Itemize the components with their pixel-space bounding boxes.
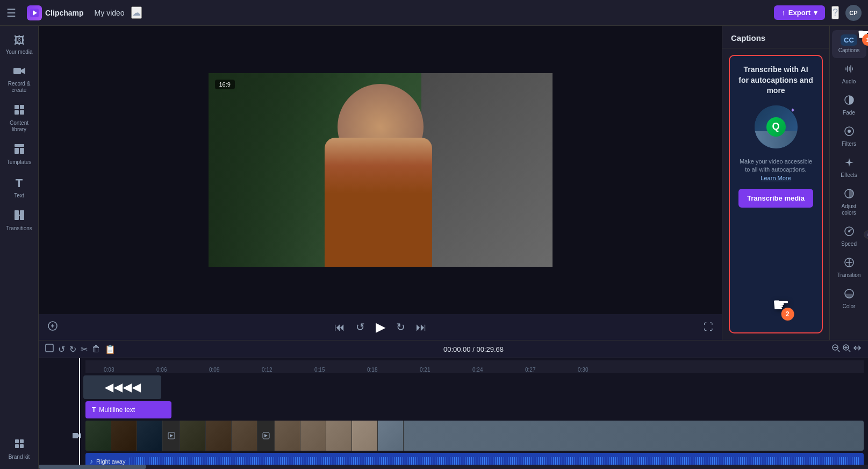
sidebar-item-brand-kit[interactable]: Brand kit bbox=[2, 434, 37, 465]
captions-card-title: Transcribe with AI for autocaptions and … bbox=[738, 65, 813, 96]
logo-icon bbox=[27, 5, 42, 20]
toolbar-item-speed[interactable]: Speed bbox=[832, 222, 866, 252]
save-button[interactable]: ☁ bbox=[131, 6, 142, 19]
color-toolbar-label: Color bbox=[843, 303, 856, 310]
toolbar-item-fade[interactable]: Fade bbox=[832, 90, 866, 120]
transcribe-button[interactable]: Transcribe media bbox=[738, 189, 813, 208]
zoom-out-button[interactable] bbox=[831, 344, 840, 354]
svg-rect-15 bbox=[20, 439, 24, 443]
sidebar-item-templates[interactable]: Templates bbox=[2, 139, 37, 170]
timeline-ruler: 0:03 0:06 0:09 0:12 0:15 0:18 0:21 0:24 … bbox=[45, 360, 864, 373]
captions-toolbar-label: Captions bbox=[838, 47, 859, 54]
audio-waveform bbox=[130, 457, 859, 465]
audio-track-label: Right away bbox=[96, 458, 125, 465]
transition-icon bbox=[844, 257, 855, 271]
transitions-sidebar-label: Transitions bbox=[6, 225, 32, 232]
timeline-tool-button[interactable] bbox=[45, 344, 54, 354]
preview-controls: ⏮ ↺ ▶ ↻ ⏭ ⛶ bbox=[39, 314, 722, 340]
export-chevron-icon: ▾ bbox=[814, 9, 817, 17]
zoom-in-button[interactable] bbox=[842, 344, 851, 354]
sidebar-item-text[interactable]: T Text bbox=[2, 172, 37, 203]
learn-more-link[interactable]: Learn More bbox=[761, 175, 791, 181]
timeline-area: ↺ ↻ ✂ 🗑 📋 00:00.00 / 00:29.68 bbox=[39, 340, 868, 469]
sidebar-item-content-library[interactable]: Content library bbox=[2, 100, 37, 137]
track-clip-video[interactable] bbox=[85, 421, 864, 451]
svg-rect-9 bbox=[15, 148, 19, 154]
toolbar-item-filters[interactable]: Filters bbox=[832, 122, 866, 152]
track-row-text: T Multiline text bbox=[43, 401, 864, 418]
timeline-scrollbar[interactable] bbox=[39, 465, 868, 469]
captions-description: Make your video accessible to all with a… bbox=[738, 158, 813, 182]
captions-header: Captions bbox=[722, 26, 829, 48]
svg-rect-4 bbox=[15, 105, 19, 109]
svg-rect-14 bbox=[15, 444, 19, 448]
sidebar-item-record[interactable]: Record & create bbox=[2, 62, 37, 98]
sidebar-item-your-media[interactable]: 🖼 Your media bbox=[2, 30, 37, 60]
captions-card-visual: Q ✦ bbox=[738, 103, 813, 151]
speed-icon bbox=[844, 226, 855, 239]
toolbar-item-effects[interactable]: Effects bbox=[832, 153, 866, 183]
redo-button[interactable]: ↻ bbox=[69, 344, 76, 354]
play-button[interactable]: ▶ bbox=[376, 319, 385, 335]
toolbar-item-captions[interactable]: CC Captions bbox=[832, 30, 866, 58]
sidebar-item-transitions[interactable]: Transitions bbox=[2, 205, 37, 236]
content-library-label: Content library bbox=[5, 120, 33, 133]
svg-rect-2 bbox=[13, 68, 21, 74]
expand-timeline-button[interactable] bbox=[853, 344, 862, 354]
svg-rect-10 bbox=[20, 148, 24, 154]
filters-toolbar-label: Filters bbox=[842, 141, 856, 147]
track-row-video bbox=[43, 421, 864, 451]
track-clip-text[interactable]: T Multiline text bbox=[85, 401, 171, 418]
color-icon bbox=[844, 288, 855, 302]
brand-kit-label: Brand kit bbox=[9, 454, 30, 460]
video-title[interactable]: My video bbox=[95, 9, 125, 17]
speed-toolbar-label: Speed bbox=[841, 241, 857, 247]
timeline-scroll-thumb[interactable] bbox=[39, 465, 146, 469]
record-icon bbox=[13, 66, 25, 79]
content-area: 16:9 ⏮ ↺ ▶ ↻ ⏭ ⛶ bbox=[39, 26, 868, 469]
text-track-label: Multiline text bbox=[99, 406, 135, 414]
svg-rect-7 bbox=[20, 110, 24, 115]
cut-button[interactable]: ✂ bbox=[81, 344, 88, 354]
svg-rect-5 bbox=[20, 105, 24, 109]
save-frame-button[interactable]: 📋 bbox=[105, 344, 116, 354]
fade-icon bbox=[844, 95, 855, 108]
hamburger-button[interactable]: ☰ bbox=[6, 6, 16, 19]
effects-toolbar-label: Effects bbox=[841, 172, 857, 179]
toolbar-item-transition[interactable]: Transition bbox=[832, 253, 866, 283]
rewind-button[interactable]: ↺ bbox=[356, 321, 365, 333]
transitions-sidebar-icon bbox=[14, 210, 25, 223]
video-preview bbox=[209, 73, 553, 267]
adjust-colors-toolbar-label: Adjust colors bbox=[835, 203, 863, 216]
skip-back-button[interactable]: ⏮ bbox=[334, 321, 345, 333]
svg-rect-16 bbox=[20, 444, 24, 448]
undo-button[interactable]: ↺ bbox=[58, 344, 65, 354]
skip-forward-button[interactable]: ⏭ bbox=[416, 321, 427, 333]
forward-button[interactable]: ↻ bbox=[396, 321, 405, 333]
svg-rect-8 bbox=[15, 144, 24, 147]
preview-section: 16:9 ⏮ ↺ ▶ ↻ ⏭ ⛶ bbox=[39, 26, 868, 340]
fullscreen-button[interactable]: ⛶ bbox=[704, 322, 713, 333]
help-button[interactable]: ? bbox=[831, 6, 839, 19]
track-clip-motion[interactable]: ◀ ◀ ◀ ◀ bbox=[83, 375, 161, 399]
fade-toolbar-label: Fade bbox=[843, 110, 855, 116]
captions-card: Transcribe with AI for autocaptions and … bbox=[729, 55, 823, 333]
export-button[interactable]: ↑ Export ▾ bbox=[774, 5, 825, 20]
magic-button[interactable] bbox=[47, 321, 58, 334]
export-icon: ↑ bbox=[781, 9, 785, 17]
svg-marker-3 bbox=[21, 68, 25, 74]
track-clip-audio[interactable]: ♪ Right away bbox=[85, 453, 864, 465]
zoom-controls bbox=[831, 344, 862, 354]
preview-main: 16:9 bbox=[39, 26, 722, 314]
toolbar-item-audio[interactable]: Audio bbox=[832, 59, 866, 89]
svg-rect-29 bbox=[73, 433, 78, 438]
templates-label: Templates bbox=[7, 159, 32, 166]
toolbar-item-adjust-colors[interactable]: Adjust colors bbox=[832, 184, 866, 221]
timeline-time: 00:00.00 / 00:29.68 bbox=[120, 345, 827, 353]
text-label: Text bbox=[14, 193, 24, 199]
app-name: Clipchamp bbox=[45, 9, 84, 17]
toolbar-item-color[interactable]: Color bbox=[832, 284, 866, 314]
delete-button[interactable]: 🗑 bbox=[92, 344, 101, 354]
effects-icon bbox=[844, 157, 855, 170]
avatar[interactable]: CP bbox=[845, 5, 862, 21]
